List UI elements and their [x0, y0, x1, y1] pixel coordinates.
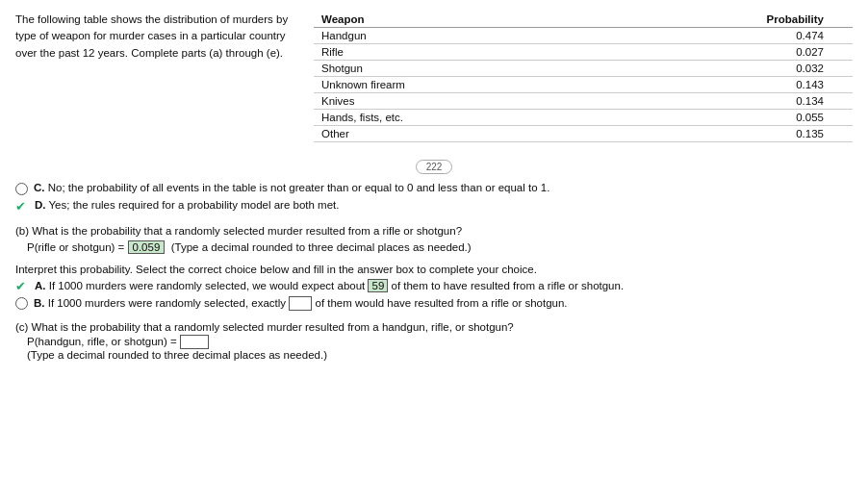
option-b-text-after: of them would have resulted from a rifle…	[315, 297, 567, 309]
weapon-cell: Hands, fists, etc.	[314, 110, 591, 126]
part-b-note: (Type a decimal rounded to three decimal…	[171, 241, 472, 253]
probability-cell: 0.055	[591, 110, 853, 126]
weapon-table: Weapon Probability Handgun0.474Rifle0.02…	[314, 12, 853, 142]
option-d-label: D. Yes; the rules required for a probabi…	[35, 199, 339, 211]
part-c-formula: P(handgun, rifle, or shotgun) =	[27, 336, 177, 347]
interpret-option-a[interactable]: ✔ A. If 1000 murders were randomly selec…	[15, 279, 853, 293]
option-d-bold: D.	[35, 199, 46, 211]
table-row: Knives0.134	[314, 93, 853, 110]
option-d[interactable]: ✔ D. Yes; the rules required for a proba…	[15, 199, 853, 214]
weapon-cell: Shotgun	[314, 61, 591, 77]
option-a-text-after: of them to have resulted from a rifle or…	[391, 280, 624, 291]
probability-cell: 0.474	[591, 28, 853, 44]
probability-cell: 0.027	[591, 44, 853, 61]
part-b-formula: P(rifle or shotgun) =	[27, 241, 124, 253]
part-c-question: (c) What is the probability that a rando…	[15, 321, 853, 333]
interpret-option-b[interactable]: B. If 1000 murders were randomly selecte…	[15, 296, 853, 311]
table-row: Hands, fists, etc.0.055	[314, 110, 853, 126]
divider-bubble: 222	[416, 160, 453, 174]
probability-cell: 0.135	[591, 126, 853, 142]
option-a-text-before: If 1000 murders were randomly selected, …	[49, 280, 366, 291]
table-row: Handgun0.474	[314, 28, 853, 44]
top-section: The following table shows the distributi…	[15, 12, 853, 142]
table-row: Other0.135	[314, 126, 853, 142]
part-c-input[interactable]	[180, 335, 209, 349]
weapon-cell: Knives	[314, 93, 591, 110]
part-b-calc: P(rifle or shotgun) = 0.059 (Type a deci…	[27, 240, 853, 254]
part-c-question-text: (c) What is the probability that a rando…	[15, 321, 514, 333]
option-b-label: B.	[34, 297, 45, 309]
interpret-label: Interpret this probability. Select the c…	[15, 264, 537, 275]
weapon-cell: Unknown firearm	[314, 77, 591, 93]
option-a-highlight: 59	[368, 279, 388, 292]
option-c-label: C. No; the probability of all events in …	[34, 182, 549, 193]
option-b-blank[interactable]	[289, 296, 312, 311]
part-b-question: (b) What is the probability that a rando…	[15, 225, 853, 237]
weapon-cell: Other	[314, 126, 591, 142]
table-area: Weapon Probability Handgun0.474Rifle0.02…	[314, 12, 853, 142]
interpret-text: Interpret this probability. Select the c…	[15, 264, 853, 275]
option-c[interactable]: C. No; the probability of all events in …	[15, 182, 853, 195]
part-c-note: (Type a decimal rounded to three decimal…	[27, 349, 327, 361]
option-b-content: B. If 1000 murders were randomly selecte…	[34, 296, 568, 311]
part-b-question-text: (b) What is the probability that a rando…	[15, 225, 462, 237]
option-c-bold: C.	[34, 182, 45, 193]
option-d-text: Yes; the rules required for a probabilit…	[49, 199, 340, 211]
probability-cell: 0.134	[591, 93, 853, 110]
option-c-radio[interactable]	[15, 183, 28, 195]
option-c-text: No; the probability of all events in the…	[48, 182, 550, 193]
probability-cell: 0.032	[591, 61, 853, 77]
option-b-radio[interactable]	[15, 297, 28, 310]
description-text: The following table shows the distributi…	[15, 12, 314, 142]
option-a-content: A. If 1000 murders were randomly selecte…	[35, 279, 624, 292]
option-a-label: A.	[35, 280, 46, 291]
table-row: Rifle0.027	[314, 44, 853, 61]
weapon-cell: Rifle	[314, 44, 591, 61]
part-c-calc: P(handgun, rifle, or shotgun) = (Type a …	[27, 335, 853, 361]
divider-row: 222	[15, 160, 853, 174]
page-container: The following table shows the distributi…	[0, 0, 868, 504]
probability-cell: 0.143	[591, 77, 853, 93]
option-b-text-before: If 1000 murders were randomly selected, …	[48, 297, 286, 309]
col-probability-header: Probability	[591, 12, 853, 28]
description-label: The following table shows the distributi…	[15, 13, 288, 59]
option-a-check-icon: ✔	[15, 280, 29, 293]
part-b-answer[interactable]: 0.059	[128, 240, 166, 254]
option-d-check-icon: ✔	[15, 200, 29, 214]
table-row: Unknown firearm0.143	[314, 77, 853, 93]
table-row: Shotgun0.032	[314, 61, 853, 77]
col-weapon-header: Weapon	[314, 12, 591, 28]
weapon-cell: Handgun	[314, 28, 591, 44]
